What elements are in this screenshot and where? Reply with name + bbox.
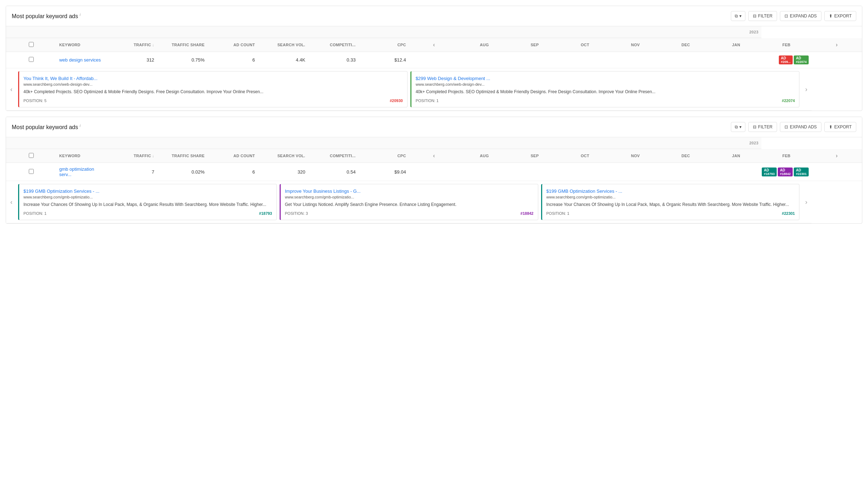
cpc-cell: $9.04 [358, 163, 409, 181]
nav-left-spacer [409, 52, 459, 68]
cards-prev-arrow[interactable]: ‹ [6, 181, 17, 223]
ad-badge[interactable]: AD#18793 [762, 168, 777, 176]
keyword-link[interactable]: gmb optimization serv... [59, 166, 94, 177]
row-checkbox[interactable] [29, 57, 34, 62]
filter-icon: ⊟ [753, 14, 756, 18]
ad-card: You Think It, We Build It - Affordab...w… [18, 71, 408, 107]
year-header-row: 2023 [6, 137, 862, 149]
ad-card-url: www.searchberg.com/gmb-optimizatio... [546, 195, 795, 199]
table-wrapper: 2023KEYWORDTRAFFIC↓TRAFFIC SHAREAD COUNT… [6, 137, 862, 223]
checkbox-header [6, 149, 56, 163]
keyword-link[interactable]: web design services [59, 57, 101, 63]
ad-card-url: www.searchberg.com/web-design-dev... [416, 82, 795, 86]
ad-badge[interactable]: AD#22301 [794, 168, 809, 176]
ad-card: $199 GMB Optimization Services - ...www.… [541, 184, 800, 220]
nav-left-spacer [409, 163, 459, 181]
ad-card-footer: POSITION: 1#22074 [416, 99, 795, 103]
ad-card-id: #20930 [390, 99, 403, 103]
col-header--[interactable]: ‹ [409, 149, 459, 163]
ad-badge[interactable]: AD#209... [779, 55, 793, 64]
expand-ads-button[interactable]: ⊡EXPAND ADS [780, 122, 821, 132]
competition-cell: 0.54 [308, 163, 358, 181]
nav-right-spacer [812, 52, 862, 68]
col-header-competiti---: COMPETITI... [308, 149, 358, 163]
ad-badges-cell: AD#18793AD#18842AD#22301 [711, 163, 812, 181]
chevron-down-icon: ▾ [739, 124, 742, 129]
month-sep-cell [510, 163, 560, 181]
ad-cards-cell: ‹You Think It, We Build It - Affordab...… [6, 68, 812, 111]
filter-button[interactable]: ⊟FILTER [748, 122, 777, 132]
nav-right-spacer [812, 163, 862, 181]
copy-icon: ⧉ [735, 14, 738, 18]
export-button[interactable]: ⬆EXPORT [824, 122, 856, 132]
copy-button[interactable]: ⧉▾ [731, 11, 745, 21]
ad-card-desc: Increase Your Chances Of Showing Up In L… [546, 201, 795, 208]
ad-card-title[interactable]: Improve Your Business Listings - G... [285, 188, 534, 194]
ad-badge-id: #22301 [796, 172, 807, 176]
cards-next-arrow[interactable]: › [801, 68, 812, 110]
copy-button[interactable]: ⧉▾ [731, 122, 745, 132]
select-all-checkbox[interactable] [29, 153, 34, 158]
year-label: 2023 [409, 26, 761, 38]
row-checkbox[interactable] [29, 169, 34, 174]
cards-next-arrow[interactable]: › [801, 181, 812, 223]
keyword-cell: web design services [56, 52, 107, 68]
col-header-traffic[interactable]: TRAFFIC↓ [107, 149, 157, 163]
traffic-cell: 312 [107, 52, 157, 68]
ad-badge-id: #209... [781, 60, 791, 64]
col-header-ad-count: AD COUNT [207, 38, 258, 52]
ad-badge-wrap: AD#18842 [778, 168, 793, 176]
cards-prev-arrow[interactable]: ‹ [6, 68, 17, 110]
ad-card-position: POSITION: 5 [23, 99, 47, 103]
export-button[interactable]: ⬆EXPORT [824, 11, 856, 21]
col-header-jan: JAN [711, 149, 761, 163]
ad-card-title[interactable]: $199 GMB Optimization Services - ... [546, 188, 795, 194]
ad-card-position: POSITION: 1 [416, 99, 439, 103]
section-section1: Most popular keyword ads i⧉▾⊟FILTER⊡EXPA… [6, 6, 862, 111]
keyword-cell: gmb optimization serv... [56, 163, 107, 181]
ad-badge[interactable]: AD#22074 [794, 55, 809, 64]
ad-card-footer: POSITION: 3#18842 [285, 211, 534, 216]
sort-arrow-icon: ↓ [152, 43, 154, 47]
column-header-row: KEYWORDTRAFFIC↓TRAFFIC SHAREAD COUNTSEAR… [6, 38, 862, 52]
ad-count-cell: 6 [207, 52, 258, 68]
row-checkbox-cell [6, 163, 56, 181]
col-header-cpc: CPC [358, 149, 409, 163]
ad-badge-id: #18842 [780, 172, 791, 176]
ad-card-title[interactable]: $299 Web Design & Development ... [416, 76, 795, 81]
ad-cards-row: ‹$199 GMB Optimization Services - ...www… [6, 181, 862, 223]
ad-card-id: #22074 [782, 99, 795, 103]
search-vol-cell: 4.4K [258, 52, 308, 68]
month-sep-cell [510, 52, 560, 68]
expand-ads-button[interactable]: ⊡EXPAND ADS [780, 11, 821, 21]
ad-cards-row: ‹You Think It, We Build It - Affordab...… [6, 68, 862, 111]
ad-card-desc: Get Your Listings Noticed. Amplify Searc… [285, 201, 534, 208]
col-header-feb: FEB [761, 149, 812, 163]
traffic-cell: 7 [107, 163, 157, 181]
col-header-traffic[interactable]: TRAFFIC↓ [107, 38, 157, 52]
col-header-nov: NOV [610, 38, 661, 52]
section-title: Most popular keyword ads i [12, 123, 81, 131]
ad-badge[interactable]: AD#18842 [778, 168, 793, 176]
select-all-checkbox[interactable] [29, 42, 34, 47]
col-header-oct: OCT [560, 149, 610, 163]
year-label: 2023 [409, 137, 761, 149]
section-header: Most popular keyword ads i⧉▾⊟FILTER⊡EXPA… [6, 6, 862, 26]
expand-icon: ⊡ [785, 14, 788, 18]
export-icon: ⬆ [829, 124, 832, 129]
col-header--[interactable]: ‹ [409, 38, 459, 52]
filter-icon: ⊟ [753, 124, 756, 129]
ad-card-url: www.searchberg.com/gmb-optimizatio... [23, 195, 272, 199]
filter-button[interactable]: ⊟FILTER [748, 11, 777, 21]
ad-card-title[interactable]: You Think It, We Build It - Affordab... [23, 76, 403, 81]
ad-card: Improve Your Business Listings - G...www… [280, 184, 538, 220]
col-header-dec: DEC [661, 149, 711, 163]
col-header-aug: AUG [459, 38, 510, 52]
ad-card-title[interactable]: $199 GMB Optimization Services - ... [23, 188, 272, 194]
col-header--[interactable]: › [812, 38, 862, 52]
ad-card-desc: 40k+ Completed Projects. SEO Optimized &… [23, 89, 403, 95]
col-header-competiti---: COMPETITI... [308, 38, 358, 52]
month-aug-cell [459, 163, 510, 181]
ad-cards-container: ‹$199 GMB Optimization Services - ...www… [6, 181, 812, 223]
col-header--[interactable]: › [812, 149, 862, 163]
